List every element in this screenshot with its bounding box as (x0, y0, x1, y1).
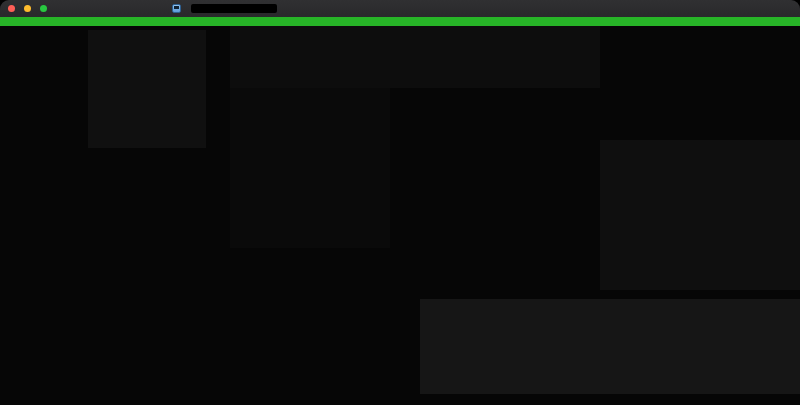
titlebar (0, 0, 800, 18)
redaction-box (191, 4, 277, 13)
function-key-bar (0, 394, 800, 405)
zoom-button[interactable] (40, 5, 47, 12)
bg-patch (88, 30, 206, 148)
window-title (172, 0, 282, 17)
process-table-header (0, 17, 800, 26)
minimize-button[interactable] (24, 5, 31, 12)
terminal-window (0, 0, 800, 405)
bg-patch (230, 88, 390, 248)
htop-screen (0, 17, 800, 405)
bg-patch (600, 140, 800, 290)
bg-patch (230, 17, 600, 88)
bg-patch (420, 299, 800, 394)
close-button[interactable] (8, 5, 15, 12)
terminal-icon (172, 4, 181, 13)
